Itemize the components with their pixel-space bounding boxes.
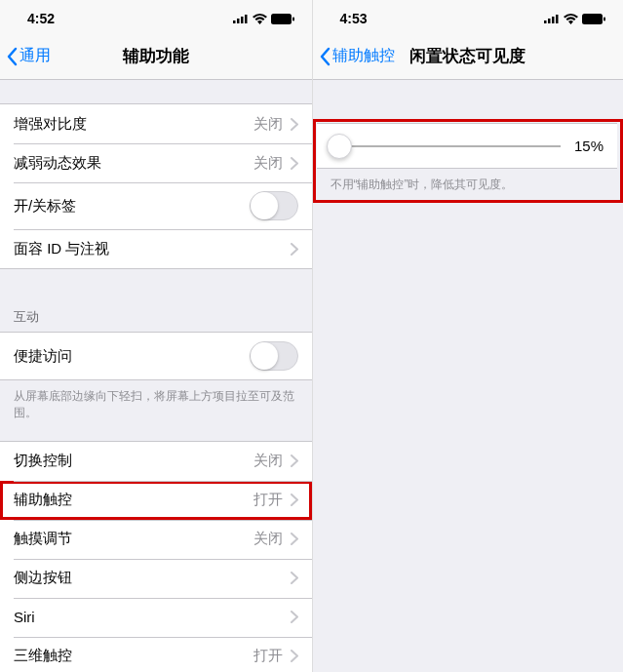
settings-row[interactable]: 减弱动态效果关闭 bbox=[0, 143, 312, 182]
cell-label: 切换控制 bbox=[14, 452, 72, 470]
chevron-right-icon bbox=[291, 455, 298, 467]
chevron-left-icon bbox=[319, 47, 331, 66]
settings-row[interactable]: Siri bbox=[0, 598, 312, 637]
cell-value-wrap: 打开 bbox=[253, 491, 298, 509]
toggle-knob bbox=[251, 342, 278, 370]
highlight-box: 15% 不用“辅助触控”时，降低其可见度。 bbox=[313, 119, 624, 203]
chevron-right-icon bbox=[291, 494, 298, 506]
gap bbox=[0, 269, 312, 302]
battery-icon bbox=[271, 14, 294, 24]
toggle[interactable] bbox=[250, 341, 298, 371]
cell-label: 增强对比度 bbox=[14, 115, 87, 134]
toggle-knob bbox=[251, 192, 278, 219]
screenshot-left: 4:52 通用 辅助功能 增强对比度关闭减弱动态效果关闭开/关标签面容 ID 与… bbox=[0, 0, 312, 672]
back-button[interactable]: 辅助触控 bbox=[313, 46, 395, 66]
gap bbox=[0, 427, 312, 441]
section-footer: 不用“辅助触控”时，降低其可见度。 bbox=[317, 169, 618, 199]
status-icons bbox=[544, 14, 605, 24]
svg-rect-4 bbox=[271, 14, 292, 24]
settings-row[interactable]: 便捷访问 bbox=[0, 333, 312, 379]
cell-value: 打开 bbox=[253, 491, 283, 509]
slider-thumb[interactable] bbox=[327, 134, 352, 159]
cell-value-wrap: 关闭 bbox=[253, 530, 298, 548]
svg-rect-3 bbox=[245, 15, 248, 23]
signal-icon bbox=[544, 14, 560, 23]
visibility-slider-row: 15% bbox=[317, 123, 618, 169]
back-label: 辅助触控 bbox=[332, 46, 395, 66]
settings-row[interactable]: 侧边按钮 bbox=[0, 559, 312, 598]
cell-value-wrap: 打开 bbox=[253, 647, 298, 665]
page-title: 闲置状态可见度 bbox=[409, 45, 526, 67]
settings-row[interactable]: 开/关标签 bbox=[0, 182, 312, 229]
svg-rect-11 bbox=[604, 17, 605, 20]
cell-value-wrap: 关闭 bbox=[253, 154, 298, 173]
cell-value-wrap bbox=[291, 611, 298, 623]
battery-icon bbox=[582, 14, 605, 24]
back-button[interactable]: 通用 bbox=[0, 46, 51, 66]
section-footer: 从屏幕底部边缘向下轻扫，将屏幕上方项目拉至可及范围。 bbox=[0, 380, 312, 427]
svg-rect-8 bbox=[552, 17, 555, 23]
cell-label: 减弱动态效果 bbox=[14, 154, 101, 173]
status-bar: 4:52 bbox=[0, 0, 312, 33]
visibility-slider[interactable] bbox=[331, 145, 562, 147]
settings-row[interactable]: 面容 ID 与注视 bbox=[0, 229, 312, 268]
cell-value: 打开 bbox=[253, 647, 283, 665]
cell-label: 侧边按钮 bbox=[14, 569, 72, 587]
gap bbox=[0, 80, 312, 103]
svg-rect-1 bbox=[237, 19, 240, 23]
cell-label: 三维触控 bbox=[14, 647, 72, 665]
svg-rect-0 bbox=[233, 20, 236, 23]
settings-row[interactable]: 增强对比度关闭 bbox=[0, 104, 312, 143]
cell-value-wrap bbox=[291, 243, 298, 256]
cell-value: 关闭 bbox=[253, 154, 283, 173]
chevron-right-icon bbox=[291, 650, 298, 662]
settings-row[interactable]: 触摸调节关闭 bbox=[0, 520, 312, 559]
wifi-icon bbox=[564, 14, 578, 24]
settings-row[interactable]: 三维触控打开 bbox=[0, 637, 312, 672]
toggle[interactable] bbox=[250, 191, 298, 220]
time: 4:53 bbox=[340, 11, 368, 26]
cell-label: 便捷访问 bbox=[14, 347, 72, 366]
svg-rect-7 bbox=[548, 19, 551, 23]
chevron-right-icon bbox=[291, 572, 298, 584]
chevron-right-icon bbox=[291, 157, 298, 170]
svg-rect-5 bbox=[292, 17, 294, 20]
chevron-left-icon bbox=[6, 47, 18, 66]
wifi-icon bbox=[253, 14, 267, 24]
slider-value: 15% bbox=[570, 138, 604, 154]
chevron-right-icon bbox=[291, 611, 298, 623]
gap bbox=[313, 80, 624, 113]
nav-bar: 辅助触控 闲置状态可见度 bbox=[313, 33, 624, 80]
settings-row[interactable]: 辅助触控打开 bbox=[0, 481, 312, 520]
cell-value-wrap: 关闭 bbox=[253, 452, 298, 470]
chevron-right-icon bbox=[291, 243, 298, 256]
chevron-right-icon bbox=[291, 533, 298, 545]
status-bar: 4:53 bbox=[313, 0, 624, 33]
settings-group: 切换控制关闭辅助触控打开触摸调节关闭侧边按钮Siri三维触控打开轻点唤醒键盘摇动… bbox=[0, 441, 312, 672]
svg-rect-9 bbox=[556, 15, 559, 23]
svg-rect-2 bbox=[241, 17, 244, 23]
settings-group: 便捷访问 bbox=[0, 332, 312, 380]
settings-row[interactable]: 切换控制关闭 bbox=[0, 442, 312, 481]
cell-label: 辅助触控 bbox=[14, 491, 72, 509]
cell-label: Siri bbox=[14, 609, 35, 625]
nav-bar: 通用 辅助功能 bbox=[0, 33, 312, 80]
cell-value: 关闭 bbox=[253, 452, 283, 470]
cell-label: 触摸调节 bbox=[14, 530, 72, 548]
page-title: 辅助功能 bbox=[123, 45, 189, 67]
section-header: 互动 bbox=[0, 302, 312, 332]
cell-value-wrap bbox=[291, 572, 298, 584]
svg-rect-6 bbox=[544, 20, 547, 23]
cell-label: 开/关标签 bbox=[14, 197, 76, 216]
cell-value: 关闭 bbox=[253, 530, 283, 548]
back-label: 通用 bbox=[19, 46, 51, 66]
screenshot-right: 4:53 辅助触控 闲置状态可见度 15% 不用“辅助触控”时，降低其可见度。 bbox=[312, 0, 624, 672]
signal-icon bbox=[233, 14, 249, 23]
cell-value-wrap: 关闭 bbox=[253, 115, 298, 134]
cell-label: 面容 ID 与注视 bbox=[14, 240, 109, 258]
svg-rect-10 bbox=[582, 14, 603, 24]
status-icons bbox=[233, 14, 294, 24]
time: 4:52 bbox=[27, 11, 55, 26]
settings-group: 增强对比度关闭减弱动态效果关闭开/关标签面容 ID 与注视 bbox=[0, 103, 312, 269]
cell-value: 关闭 bbox=[253, 115, 283, 134]
